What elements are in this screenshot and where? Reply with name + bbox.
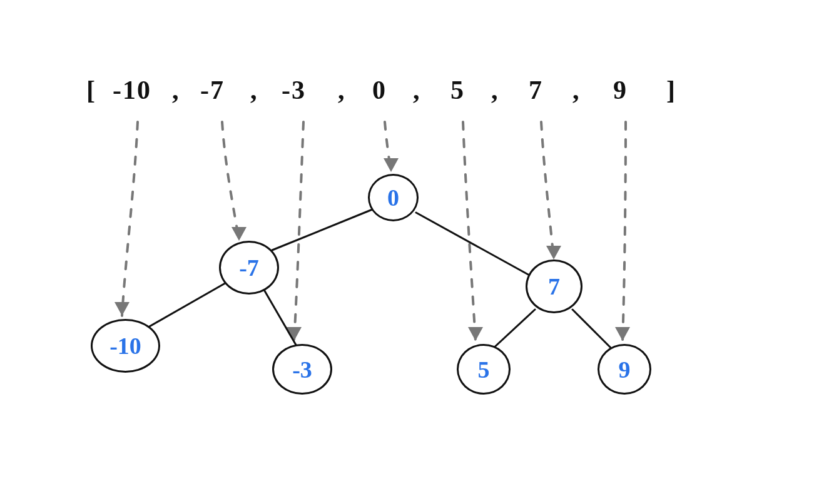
node-left-value: -7 — [239, 254, 259, 281]
edge-L-LR — [263, 288, 297, 347]
node-root: 0 — [368, 174, 419, 221]
arrow-5 — [541, 122, 554, 260]
edge-root-right — [416, 213, 535, 278]
diagram-canvas: [ -10 , -7 , -3 , 0 , 5 , 7 , 9 ] — [0, 0, 819, 504]
node-right-value: 7 — [548, 273, 560, 300]
node-left-left: -10 — [91, 319, 160, 373]
node-right-left-value: 5 — [478, 356, 490, 383]
svg-layer — [0, 0, 819, 504]
node-right: 7 — [526, 260, 582, 313]
edge-R-RL — [491, 310, 535, 350]
node-right-right: 9 — [598, 344, 651, 395]
arrow-3-head — [384, 158, 399, 172]
arrow-1-head — [231, 227, 247, 241]
edge-R-RR — [572, 310, 613, 350]
arrow-0-head — [114, 302, 130, 316]
arrow-2 — [294, 122, 303, 341]
arrow-0 — [122, 122, 138, 316]
arrow-5-head — [546, 246, 561, 260]
node-left: -7 — [219, 241, 279, 295]
node-right-left: 5 — [457, 344, 511, 395]
edge-root-left — [272, 209, 372, 250]
arrow-6 — [623, 122, 626, 341]
arrow-1 — [222, 122, 239, 241]
arrow-4-head — [468, 327, 483, 341]
node-left-right: -3 — [272, 344, 332, 395]
node-left-right-value: -3 — [292, 356, 312, 383]
node-root-value: 0 — [387, 184, 399, 211]
arrow-6-head — [615, 327, 630, 341]
edge-L-LL — [141, 281, 228, 331]
node-right-right-value: 9 — [619, 356, 631, 383]
arrow-4 — [463, 122, 476, 341]
node-left-left-value: -10 — [109, 332, 141, 360]
